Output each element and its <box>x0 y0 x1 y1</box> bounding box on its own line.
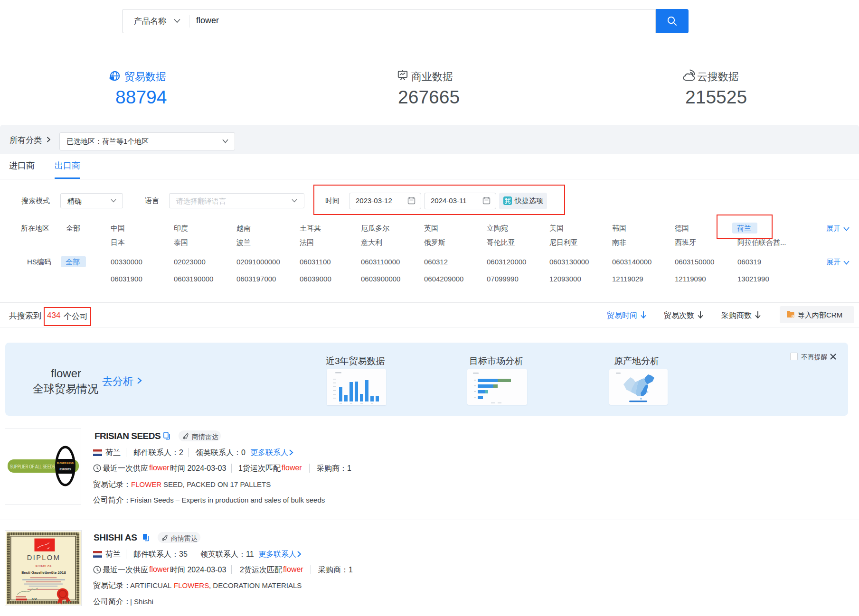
svg-text:Eesti Gasellettevõte 2018: Eesti Gasellettevõte 2018 <box>21 570 66 575</box>
svg-text:SUPPLIER OF ALL SEEDS: SUPPLIER OF ALL SEEDS <box>10 464 55 469</box>
svg-text:UV: UV <box>32 597 38 601</box>
svg-text:SHISHI AS: SHISHI AS <box>36 564 52 567</box>
svg-text:FLOWER BLEND: FLOWER BLEND <box>57 462 74 465</box>
svg-text:DIPLOM: DIPLOM <box>27 554 61 561</box>
svg-text:EXPERTS: EXPERTS <box>60 468 71 471</box>
